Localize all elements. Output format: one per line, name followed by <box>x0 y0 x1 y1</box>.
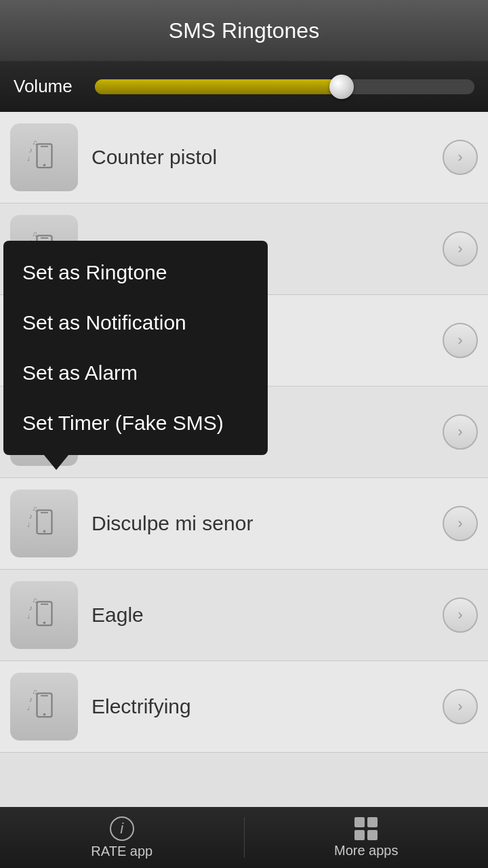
ringtone-icon: ♪ ♫ ♩ <box>10 123 78 191</box>
context-menu-item-ringtone[interactable]: Set as Ringtone <box>3 248 268 298</box>
rate-app-button[interactable]: i RATE app <box>0 807 244 868</box>
ringtone-icon: ♪ ♫ ♩ <box>10 581 78 649</box>
arrow-button[interactable]: › <box>443 597 478 633</box>
svg-text:♩: ♩ <box>26 705 29 711</box>
context-menu-item-alarm[interactable]: Set as Alarm <box>3 348 268 398</box>
ringtone-name: Electrifying <box>92 695 443 718</box>
app-title: SMS Ringtones <box>169 18 319 43</box>
volume-bar: Volume <box>0 61 488 112</box>
svg-text:♪: ♪ <box>28 146 33 154</box>
arrow-button[interactable]: › <box>443 689 478 724</box>
grid-icon <box>354 817 378 840</box>
svg-text:♫: ♫ <box>32 505 37 513</box>
more-apps-label: More apps <box>334 843 399 859</box>
ringtone-name: Counter pistol <box>92 146 443 169</box>
svg-text:♪: ♪ <box>28 512 33 520</box>
arrow-button[interactable]: › <box>443 506 478 541</box>
volume-thumb[interactable] <box>329 75 354 99</box>
volume-fill <box>95 79 342 94</box>
svg-text:♩: ♩ <box>26 155 29 162</box>
more-apps-button[interactable]: More apps <box>245 807 489 868</box>
svg-text:♩: ♩ <box>26 613 29 620</box>
ringtone-icon: ♪ ♫ ♩ <box>10 490 78 557</box>
ringtone-name: Eagle <box>92 604 443 627</box>
info-icon: i <box>110 816 134 841</box>
svg-text:♫: ♫ <box>32 231 37 238</box>
arrow-button[interactable]: › <box>443 414 478 450</box>
svg-point-38 <box>43 713 45 715</box>
arrow-button[interactable]: › <box>443 231 478 267</box>
list-item[interactable]: ♪ ♫ ♩ Counter pistol › <box>0 112 488 203</box>
volume-slider[interactable] <box>95 79 474 94</box>
svg-text:♪: ♪ <box>28 604 33 612</box>
svg-point-32 <box>43 621 45 624</box>
arrow-button[interactable]: › <box>443 323 478 358</box>
svg-text:♫: ♫ <box>32 597 37 604</box>
context-menu-item-notification[interactable]: Set as Notification <box>3 298 268 348</box>
svg-text:♫: ♫ <box>32 688 37 696</box>
ringtone-icon: ♪ ♫ ♩ <box>10 673 78 741</box>
context-menu-item-timer[interactable]: Set Timer (Fake SMS) <box>3 398 268 448</box>
list-item[interactable]: ♪ ♫ ♩ Electrifying › <box>0 661 488 753</box>
svg-text:♪: ♪ <box>28 695 33 703</box>
svg-point-26 <box>43 530 45 532</box>
app-header: SMS Ringtones <box>0 0 488 61</box>
svg-text:♩: ♩ <box>26 521 29 528</box>
list-item[interactable]: ♪ ♫ ♩ Disculpe mi senor › <box>0 478 488 570</box>
context-menu: Set as Ringtone Set as Notification Set … <box>3 241 268 455</box>
svg-point-2 <box>43 163 45 166</box>
rate-app-label: RATE app <box>91 844 152 859</box>
svg-text:♫: ♫ <box>32 139 37 146</box>
footer-bar: i RATE app More apps <box>0 807 488 868</box>
ringtone-name: Disculpe mi senor <box>92 512 443 535</box>
arrow-button[interactable]: › <box>443 140 478 175</box>
volume-label: Volume <box>14 76 81 97</box>
list-item[interactable]: ♪ ♫ ♩ Eagle › <box>0 570 488 661</box>
